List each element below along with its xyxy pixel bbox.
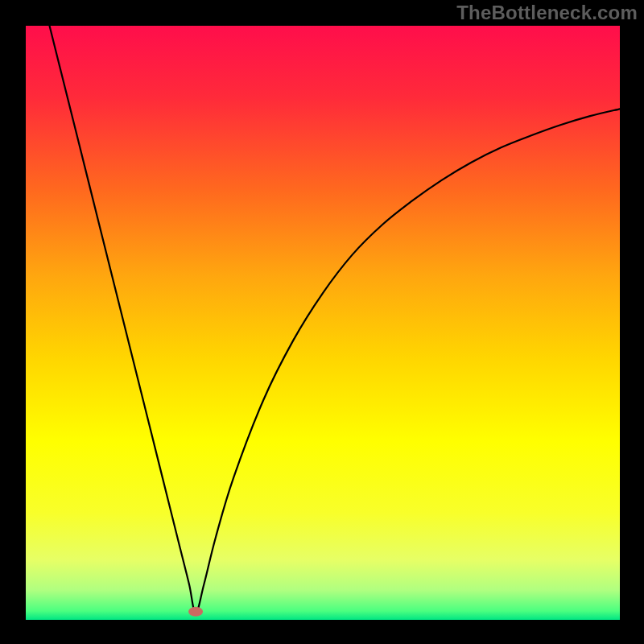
plot-gradient-background [26,26,620,620]
chart-container: TheBottleneck.com [0,0,644,644]
watermark-text: TheBottleneck.com [456,2,638,24]
optimum-marker [188,607,203,617]
plot-svg [0,0,644,644]
